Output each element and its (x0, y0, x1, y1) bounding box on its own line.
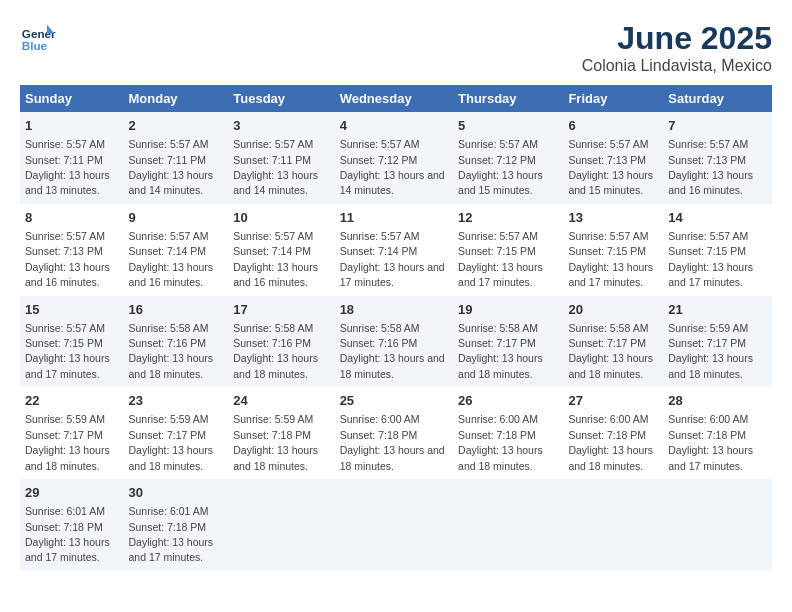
calendar-cell-week2-day3: 10 Sunrise: 5:57 AM Sunset: 7:14 PM Dayl… (228, 204, 334, 296)
daylight-info: Daylight: 13 hours and 18 minutes. (233, 352, 318, 379)
calendar-cell-week2-day1: 8 Sunrise: 5:57 AM Sunset: 7:13 PM Dayli… (20, 204, 123, 296)
calendar-week-3: 15 Sunrise: 5:57 AM Sunset: 7:15 PM Dayl… (20, 296, 772, 388)
calendar-cell-week4-day7: 28 Sunrise: 6:00 AM Sunset: 7:18 PM Dayl… (663, 387, 772, 479)
sunset-info: Sunset: 7:17 PM (568, 337, 646, 349)
daylight-info: Daylight: 13 hours and 16 minutes. (25, 261, 110, 288)
calendar-cell-week2-day5: 12 Sunrise: 5:57 AM Sunset: 7:15 PM Dayl… (453, 204, 563, 296)
daylight-info: Daylight: 13 hours and 18 minutes. (668, 352, 753, 379)
daylight-info: Daylight: 13 hours and 18 minutes. (128, 444, 213, 471)
sunset-info: Sunset: 7:11 PM (128, 154, 206, 166)
daylight-info: Daylight: 13 hours and 17 minutes. (568, 261, 653, 288)
day-number: 23 (128, 392, 223, 410)
sunrise-info: Sunrise: 5:58 AM (233, 322, 313, 334)
sunset-info: Sunset: 7:11 PM (233, 154, 311, 166)
sunset-info: Sunset: 7:15 PM (668, 245, 746, 257)
day-number: 13 (568, 209, 658, 227)
sunset-info: Sunset: 7:15 PM (568, 245, 646, 257)
daylight-info: Daylight: 13 hours and 16 minutes. (128, 261, 213, 288)
day-number: 8 (25, 209, 118, 227)
daylight-info: Daylight: 13 hours and 18 minutes. (568, 444, 653, 471)
sunset-info: Sunset: 7:18 PM (128, 521, 206, 533)
daylight-info: Daylight: 13 hours and 18 minutes. (128, 352, 213, 379)
day-number: 19 (458, 301, 558, 319)
sunrise-info: Sunrise: 5:58 AM (340, 322, 420, 334)
day-number: 16 (128, 301, 223, 319)
calendar-week-2: 8 Sunrise: 5:57 AM Sunset: 7:13 PM Dayli… (20, 204, 772, 296)
daylight-info: Daylight: 13 hours and 17 minutes. (25, 352, 110, 379)
calendar-cell-week1-day4: 4 Sunrise: 5:57 AM Sunset: 7:12 PM Dayli… (335, 112, 453, 204)
calendar-cell-week3-day5: 19 Sunrise: 5:58 AM Sunset: 7:17 PM Dayl… (453, 296, 563, 388)
daylight-info: Daylight: 13 hours and 13 minutes. (25, 169, 110, 196)
sunset-info: Sunset: 7:18 PM (25, 521, 103, 533)
calendar-week-1: 1 Sunrise: 5:57 AM Sunset: 7:11 PM Dayli… (20, 112, 772, 204)
calendar-cell-week3-day3: 17 Sunrise: 5:58 AM Sunset: 7:16 PM Dayl… (228, 296, 334, 388)
title-block: June 2025 Colonia Lindavista, Mexico (582, 20, 772, 75)
day-number: 3 (233, 117, 329, 135)
svg-text:Blue: Blue (22, 39, 48, 52)
day-number: 7 (668, 117, 767, 135)
daylight-info: Daylight: 13 hours and 17 minutes. (668, 261, 753, 288)
daylight-info: Daylight: 13 hours and 15 minutes. (458, 169, 543, 196)
sunrise-info: Sunrise: 5:59 AM (233, 413, 313, 425)
sunset-info: Sunset: 7:15 PM (458, 245, 536, 257)
day-number: 24 (233, 392, 329, 410)
logo: General Blue (20, 20, 56, 56)
calendar-cell-week1-day6: 6 Sunrise: 5:57 AM Sunset: 7:13 PM Dayli… (563, 112, 663, 204)
sunset-info: Sunset: 7:18 PM (568, 429, 646, 441)
sunset-info: Sunset: 7:16 PM (128, 337, 206, 349)
calendar-cell-week1-day7: 7 Sunrise: 5:57 AM Sunset: 7:13 PM Dayli… (663, 112, 772, 204)
calendar-cell-week3-day7: 21 Sunrise: 5:59 AM Sunset: 7:17 PM Dayl… (663, 296, 772, 388)
day-number: 10 (233, 209, 329, 227)
sunset-info: Sunset: 7:14 PM (340, 245, 418, 257)
day-number: 9 (128, 209, 223, 227)
daylight-info: Daylight: 13 hours and 18 minutes. (340, 352, 445, 379)
calendar-cell-week1-day1: 1 Sunrise: 5:57 AM Sunset: 7:11 PM Dayli… (20, 112, 123, 204)
sunset-info: Sunset: 7:13 PM (568, 154, 646, 166)
calendar-cell-week2-day7: 14 Sunrise: 5:57 AM Sunset: 7:15 PM Dayl… (663, 204, 772, 296)
day-number: 26 (458, 392, 558, 410)
page-subtitle: Colonia Lindavista, Mexico (582, 57, 772, 75)
sunrise-info: Sunrise: 5:57 AM (128, 230, 208, 242)
sunset-info: Sunset: 7:18 PM (233, 429, 311, 441)
daylight-info: Daylight: 13 hours and 18 minutes. (458, 444, 543, 471)
sunset-info: Sunset: 7:12 PM (340, 154, 418, 166)
calendar-cell-week5-day7 (663, 479, 772, 571)
calendar-cell-week4-day3: 24 Sunrise: 5:59 AM Sunset: 7:18 PM Dayl… (228, 387, 334, 479)
sunrise-info: Sunrise: 6:01 AM (25, 505, 105, 517)
calendar-cell-week5-day4 (335, 479, 453, 571)
daylight-info: Daylight: 13 hours and 15 minutes. (568, 169, 653, 196)
calendar-cell-week1-day3: 3 Sunrise: 5:57 AM Sunset: 7:11 PM Dayli… (228, 112, 334, 204)
daylight-info: Daylight: 13 hours and 17 minutes. (128, 536, 213, 563)
sunrise-info: Sunrise: 5:59 AM (25, 413, 105, 425)
sunset-info: Sunset: 7:12 PM (458, 154, 536, 166)
logo-icon: General Blue (20, 20, 56, 56)
sunrise-info: Sunrise: 5:58 AM (128, 322, 208, 334)
sunrise-info: Sunrise: 6:00 AM (340, 413, 420, 425)
header-thursday: Thursday (453, 85, 563, 112)
calendar-cell-week3-day4: 18 Sunrise: 5:58 AM Sunset: 7:16 PM Dayl… (335, 296, 453, 388)
day-number: 17 (233, 301, 329, 319)
header-tuesday: Tuesday (228, 85, 334, 112)
sunset-info: Sunset: 7:17 PM (458, 337, 536, 349)
calendar-cell-week4-day5: 26 Sunrise: 6:00 AM Sunset: 7:18 PM Dayl… (453, 387, 563, 479)
calendar-cell-week5-day1: 29 Sunrise: 6:01 AM Sunset: 7:18 PM Dayl… (20, 479, 123, 571)
daylight-info: Daylight: 13 hours and 16 minutes. (233, 261, 318, 288)
day-number: 1 (25, 117, 118, 135)
sunset-info: Sunset: 7:15 PM (25, 337, 103, 349)
calendar-cell-week4-day1: 22 Sunrise: 5:59 AM Sunset: 7:17 PM Dayl… (20, 387, 123, 479)
daylight-info: Daylight: 13 hours and 14 minutes. (128, 169, 213, 196)
sunrise-info: Sunrise: 5:57 AM (233, 230, 313, 242)
daylight-info: Daylight: 13 hours and 17 minutes. (25, 536, 110, 563)
sunrise-info: Sunrise: 5:57 AM (340, 230, 420, 242)
day-number: 5 (458, 117, 558, 135)
calendar-table: Sunday Monday Tuesday Wednesday Thursday… (20, 85, 772, 571)
daylight-info: Daylight: 13 hours and 18 minutes. (340, 444, 445, 471)
sunset-info: Sunset: 7:17 PM (25, 429, 103, 441)
day-number: 12 (458, 209, 558, 227)
day-number: 20 (568, 301, 658, 319)
day-number: 27 (568, 392, 658, 410)
sunrise-info: Sunrise: 5:57 AM (340, 138, 420, 150)
sunset-info: Sunset: 7:16 PM (340, 337, 418, 349)
day-number: 22 (25, 392, 118, 410)
day-number: 29 (25, 484, 118, 502)
